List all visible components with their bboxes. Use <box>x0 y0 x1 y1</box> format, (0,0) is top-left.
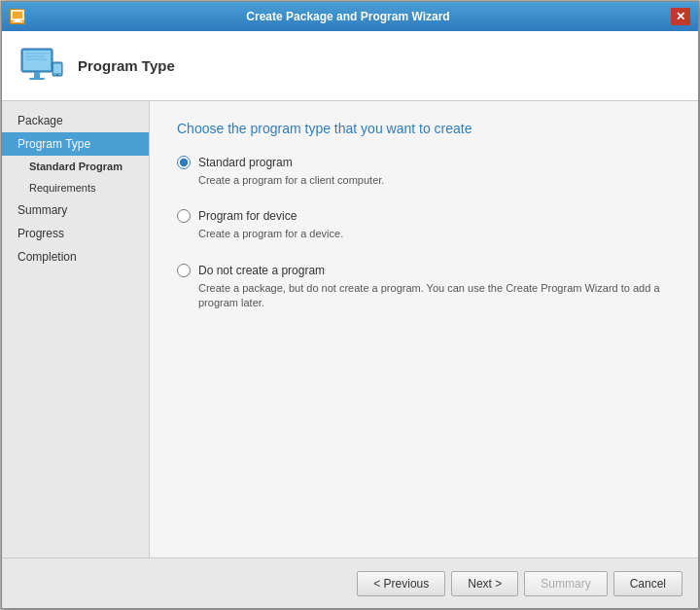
svg-rect-8 <box>34 72 40 78</box>
device-program-radio[interactable] <box>177 209 191 223</box>
sidebar-item-summary[interactable]: Summary <box>2 198 149 222</box>
sidebar: Package Program Type Standard Program Re… <box>2 101 150 557</box>
no-program-option: Do not create a program Create a package… <box>177 264 671 311</box>
device-program-option: Program for device Create a program for … <box>177 209 671 241</box>
app-icon <box>10 9 25 24</box>
device-program-desc: Create a program for a device. <box>177 227 671 241</box>
close-button[interactable]: ✕ <box>671 8 690 25</box>
wizard-header: Program Type <box>2 31 698 101</box>
main-heading: Choose the program type that you want to… <box>177 121 671 136</box>
sidebar-item-standard-program[interactable]: Standard Program <box>2 156 149 177</box>
svg-rect-0 <box>12 11 23 19</box>
no-program-text: Do not create a program <box>198 264 325 277</box>
svg-rect-9 <box>29 78 45 80</box>
standard-program-option: Standard program Create a program for a … <box>177 156 671 188</box>
sidebar-item-completion[interactable]: Completion <box>2 245 149 269</box>
cancel-button[interactable]: Cancel <box>613 571 682 596</box>
content-area: Package Program Type Standard Program Re… <box>2 101 698 557</box>
next-button[interactable]: Next > <box>451 571 518 596</box>
standard-program-label[interactable]: Standard program <box>177 156 671 169</box>
standard-program-desc: Create a program for a client computer. <box>177 173 671 188</box>
svg-point-12 <box>56 74 58 76</box>
no-program-desc: Create a package, but do not create a pr… <box>177 281 671 311</box>
sidebar-item-progress[interactable]: Progress <box>2 222 149 245</box>
header-title: Program Type <box>78 57 175 74</box>
svg-rect-1 <box>15 19 20 21</box>
window-title: Create Package and Program Wizard <box>25 10 671 23</box>
no-program-label[interactable]: Do not create a program <box>177 264 671 277</box>
no-program-radio[interactable] <box>177 264 191 277</box>
title-bar: Create Package and Program Wizard ✕ <box>2 2 698 31</box>
svg-rect-11 <box>53 64 61 73</box>
sidebar-item-program-type[interactable]: Program Type <box>2 132 149 156</box>
standard-program-radio[interactable] <box>177 156 191 169</box>
summary-button[interactable]: Summary <box>524 571 607 596</box>
sidebar-item-requirements[interactable]: Requirements <box>2 177 149 198</box>
wizard-window: Create Package and Program Wizard ✕ Prog… <box>1 1 699 609</box>
header-computer-icon <box>18 43 64 90</box>
sidebar-item-package[interactable]: Package <box>2 109 149 132</box>
program-type-radio-group: Standard program Create a program for a … <box>177 156 671 311</box>
main-content: Choose the program type that you want to… <box>150 101 698 557</box>
device-program-text: Program for device <box>198 209 297 223</box>
standard-program-text: Standard program <box>198 156 293 169</box>
previous-button[interactable]: < Previous <box>357 571 445 596</box>
svg-rect-2 <box>13 21 22 22</box>
wizard-footer: < Previous Next > Summary Cancel <box>2 557 698 608</box>
device-program-label[interactable]: Program for device <box>177 209 671 223</box>
